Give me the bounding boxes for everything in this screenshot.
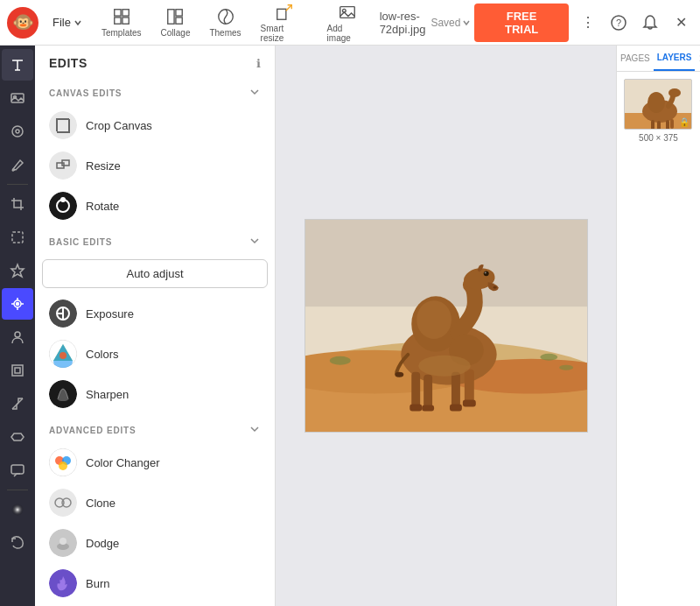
canvas-edits-toggle[interactable]: [248, 86, 261, 100]
dodge-label: Dodge: [86, 537, 119, 550]
effects-tool-icon[interactable]: [2, 255, 33, 286]
transform-tool-icon[interactable]: [2, 421, 33, 453]
thumbnail-area: 🔒 500 × 375: [617, 72, 700, 150]
svg-rect-80: [451, 372, 459, 407]
colors-item[interactable]: Colors: [42, 334, 268, 374]
camel-image: [305, 219, 587, 433]
resize-item[interactable]: Resize: [42, 145, 268, 186]
svg-rect-26: [11, 465, 24, 474]
top-tools: Templates Collage Themes Smart resize Ad…: [93, 0, 376, 46]
page-thumbnail[interactable]: 🔒: [624, 79, 692, 130]
comment-tool-icon[interactable]: [2, 454, 33, 486]
filename-area: low-res-72dpi.jpg Saved: [380, 10, 472, 36]
svg-point-90: [668, 88, 681, 97]
close-icon[interactable]: ✕: [668, 11, 693, 35]
select-tool-icon[interactable]: [2, 222, 33, 253]
canvas-image[interactable]: [304, 219, 588, 433]
color-changer-icon: [49, 448, 77, 476]
crop-canvas-item[interactable]: Crop Canvas: [42, 105, 268, 145]
left-panel: EDITS ℹ CANVAS EDITS Crop Canvas: [35, 46, 276, 606]
resize-label: Resize: [86, 159, 121, 173]
svg-point-50: [60, 538, 66, 545]
canvas-edits-header: CANVAS EDITS: [42, 77, 268, 105]
resize-tool-icon[interactable]: [2, 388, 33, 419]
svg-point-72: [483, 271, 488, 276]
svg-point-23: [15, 332, 20, 337]
svg-rect-94: [670, 119, 674, 129]
pages-tab[interactable]: PAGES: [617, 46, 654, 70]
undo-icon[interactable]: [2, 527, 33, 559]
svg-rect-76: [411, 372, 420, 407]
themes-label: Themes: [209, 28, 241, 38]
dodge-item[interactable]: Dodge: [42, 523, 268, 563]
crop-tool-icon[interactable]: [2, 188, 33, 220]
svg-rect-79: [422, 405, 434, 411]
clone-item[interactable]: Clone: [42, 483, 268, 523]
burn-item[interactable]: Burn: [42, 563, 268, 603]
themes-tool[interactable]: Themes: [200, 4, 249, 41]
svg-point-28: [49, 111, 77, 139]
svg-rect-6: [168, 10, 174, 25]
crop-canvas-label: Crop Canvas: [86, 119, 152, 132]
person-tool-icon[interactable]: [2, 321, 33, 353]
color-changer-item[interactable]: Color Changer: [42, 442, 268, 483]
auto-adjust-button[interactable]: Auto adjust: [42, 259, 268, 288]
add-image-tool[interactable]: Add image: [318, 0, 376, 46]
templates-tool[interactable]: Templates: [93, 4, 150, 41]
svg-point-75: [395, 372, 403, 377]
color-changer-label: Color Changer: [86, 456, 160, 469]
svg-rect-77: [410, 404, 422, 411]
svg-rect-4: [114, 18, 120, 24]
basic-edits-toggle[interactable]: [248, 235, 261, 249]
file-menu[interactable]: File: [46, 12, 89, 32]
svg-rect-7: [176, 10, 182, 16]
help-icon[interactable]: ?: [606, 11, 631, 35]
edit-tool-icon[interactable]: [2, 288, 33, 320]
panel-info-icon[interactable]: ℹ: [256, 57, 261, 70]
panel-title: EDITS: [49, 56, 88, 70]
pages-tab-label: PAGES: [620, 53, 650, 63]
svg-rect-24: [12, 365, 23, 376]
text-tool-icon[interactable]: [2, 49, 33, 81]
rotate-item[interactable]: Rotate: [42, 186, 268, 226]
dodge-icon: [49, 529, 77, 557]
svg-rect-83: [462, 399, 475, 406]
panel-header: EDITS ℹ: [35, 46, 275, 77]
sharpen-item[interactable]: Sharpen: [42, 374, 268, 414]
right-panel-close-button[interactable]: ✕: [695, 49, 700, 68]
advanced-edits-toggle[interactable]: [248, 423, 261, 437]
svg-point-73: [484, 271, 486, 273]
frame-tool-icon[interactable]: [2, 355, 33, 386]
svg-rect-3: [122, 10, 129, 16]
saved-button[interactable]: Saved: [430, 17, 471, 29]
color-picker-icon[interactable]: [2, 494, 33, 525]
topbar: 🐵 File Templates Collage Themes Smart re…: [0, 0, 700, 46]
exposure-item[interactable]: Exposure: [42, 293, 268, 334]
more-options-icon[interactable]: ⋮: [576, 11, 600, 35]
brush-tool-icon[interactable]: [2, 149, 33, 180]
svg-point-22: [17, 303, 19, 306]
svg-point-45: [49, 489, 77, 517]
svg-point-70: [416, 300, 452, 339]
svg-point-18: [12, 126, 23, 137]
crop-canvas-icon: [49, 111, 77, 139]
layers-tool-icon[interactable]: [2, 116, 33, 147]
svg-rect-60: [305, 220, 587, 307]
file-label: File: [52, 16, 71, 29]
collage-tool[interactable]: Collage: [152, 4, 200, 41]
notifications-icon[interactable]: [638, 11, 662, 35]
layers-tab[interactable]: LAYERS: [654, 46, 696, 71]
icon-bar: [0, 46, 35, 606]
smart-resize-tool[interactable]: Smart resize: [252, 0, 317, 46]
free-trial-button[interactable]: FREE TRIAL: [474, 4, 568, 42]
svg-point-38: [60, 352, 66, 359]
canvas-edits-label: CANVAS EDITS: [49, 88, 122, 98]
image-tool-icon[interactable]: [2, 82, 33, 114]
svg-text:🐵: 🐵: [12, 11, 34, 32]
right-panel-tabs-row: PAGES LAYERS ✕: [617, 46, 700, 72]
logo[interactable]: 🐵: [7, 7, 38, 39]
clone-label: Clone: [86, 497, 116, 510]
templates-label: Templates: [102, 28, 142, 38]
layers-tab-label: LAYERS: [657, 53, 692, 62]
burn-icon: [49, 569, 77, 597]
